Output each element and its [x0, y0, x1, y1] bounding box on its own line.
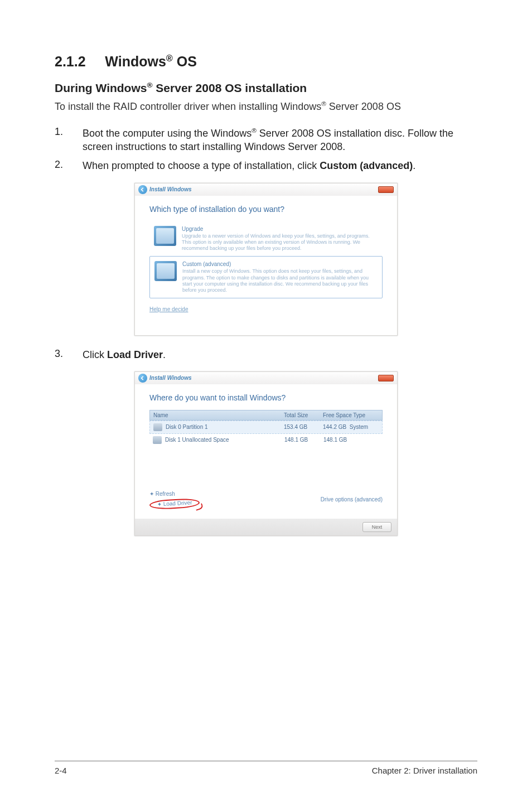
page-number: 2-4	[55, 766, 67, 775]
step-text: Boot the computer using the Windows® Ser…	[83, 126, 477, 154]
step-text: When prompted to choose a type of instal…	[83, 159, 415, 172]
install-type-dialog: Install Windows Which type of installati…	[134, 183, 398, 336]
step-text: Click Load Driver.	[83, 348, 166, 361]
section-number: 2.1.2	[55, 54, 86, 69]
step-number: 3.	[55, 348, 83, 361]
list-item: 1. Boot the computer using the Windows® …	[55, 126, 477, 154]
step-list-cont: 3. Click Load Driver.	[55, 348, 477, 361]
disk-row[interactable]: Disk 1 Unallocated Space 148.1 GB 148.1 …	[149, 434, 383, 446]
dialog-body: Which type of installation do you want? …	[135, 196, 397, 335]
disk-empty-area	[149, 446, 383, 485]
disk-name: Disk 1 Unallocated Space	[165, 437, 284, 443]
disk-icon	[153, 423, 162, 431]
back-icon[interactable]	[138, 185, 147, 194]
next-button[interactable]: Next	[362, 522, 391, 532]
option-desc: Upgrade to a newer version of Windows an…	[182, 233, 378, 252]
load-driver-highlight: ✦ Load Driver	[149, 499, 200, 509]
close-icon[interactable]	[378, 186, 394, 193]
disk-row[interactable]: Disk 0 Partition 1 153.4 GB 144.2 GB Sys…	[149, 421, 383, 434]
dialog-caption: Install Windows	[149, 375, 191, 381]
screenshot-1: Install Windows Which type of installati…	[55, 183, 477, 336]
step-number: 1.	[55, 126, 83, 154]
disk-total: 153.4 GB	[284, 424, 323, 430]
option-upgrade[interactable]: Upgrade Upgrade to a newer version of Wi…	[149, 221, 383, 257]
col-name: Name	[153, 412, 284, 418]
list-item: 2. When prompted to choose a type of ins…	[55, 159, 477, 172]
refresh-link[interactable]: ✦ Refresh	[149, 491, 200, 497]
step-list: 1. Boot the computer using the Windows® …	[55, 126, 477, 173]
col-total: Total Size	[284, 412, 323, 418]
list-item: 3. Click Load Driver.	[55, 348, 477, 361]
dialog-prompt: Which type of installation do you want?	[149, 205, 383, 214]
dialog-prompt: Where do you want to install Windows?	[149, 393, 383, 402]
custom-icon	[154, 261, 177, 281]
col-free-type: Free Space Type	[323, 412, 379, 418]
disk-header: Name Total Size Free Space Type	[149, 410, 383, 421]
screenshot-2: Install Windows Where do you want to ins…	[55, 371, 477, 536]
drive-options-link[interactable]: Drive options (advanced)	[321, 496, 383, 503]
page-footer: 2-4 Chapter 2: Driver installation	[55, 761, 477, 775]
help-link[interactable]: Help me decide	[149, 306, 188, 312]
disk-free-type: 148.1 GB	[323, 437, 379, 443]
back-icon[interactable]	[138, 374, 147, 383]
disk-free-type: 144.2 GB System	[323, 424, 379, 430]
disk-icon	[153, 436, 162, 444]
disk-name: Disk 0 Partition 1	[166, 424, 284, 430]
subsection-heading: During Windows® Server 2008 OS installat…	[55, 81, 477, 95]
step-number: 2.	[55, 159, 83, 172]
option-custom[interactable]: Custom (advanced) Install a new copy of …	[149, 256, 383, 298]
intro-text: To install the RAID controller driver wh…	[55, 99, 477, 113]
chapter-label: Chapter 2: Driver installation	[372, 766, 477, 775]
dialog-titlebar: Install Windows	[135, 183, 397, 196]
option-desc: Install a new copy of Windows. This opti…	[182, 268, 378, 293]
option-title: Upgrade	[182, 226, 378, 232]
dialog-caption: Install Windows	[149, 186, 191, 192]
upgrade-icon	[154, 226, 176, 246]
section-heading: 2.1.2 Windows® OS	[55, 53, 477, 70]
drive-toolbar: ✦ Refresh ✦ Load Driver Drive options (a…	[149, 491, 383, 509]
option-title: Custom (advanced)	[182, 261, 378, 267]
close-icon[interactable]	[378, 375, 394, 381]
disk-total: 148.1 GB	[284, 437, 323, 443]
install-location-dialog: Install Windows Where do you want to ins…	[134, 371, 398, 536]
section-title: Windows® OS	[105, 54, 197, 69]
dialog-titlebar: Install Windows	[135, 372, 397, 384]
dialog-body: Where do you want to install Windows? Na…	[135, 384, 397, 519]
load-driver-link[interactable]: ✦ Load Driver	[157, 499, 192, 507]
dialog-footer: Next	[135, 519, 397, 535]
